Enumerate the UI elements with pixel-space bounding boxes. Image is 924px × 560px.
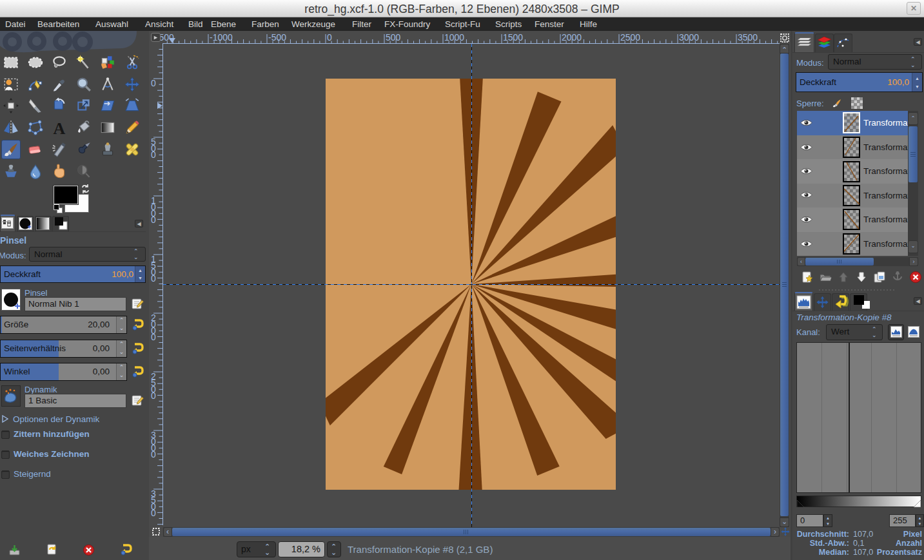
svg-text:0: 0 [327, 32, 332, 43]
svg-text:2500: 2500 [620, 32, 640, 43]
svg-text:A: A [54, 119, 66, 136]
svg-text:0: 0 [151, 150, 156, 160]
svg-text:3500: 3500 [738, 32, 758, 43]
svg-text:0: 0 [151, 508, 156, 518]
svg-text:0: 0 [151, 332, 156, 342]
svg-text:2000: 2000 [562, 32, 582, 43]
svg-text:0: 0 [151, 273, 156, 284]
svg-text:3000: 3000 [679, 32, 699, 43]
svg-text:1000: 1000 [444, 32, 464, 43]
svg-text:0: 0 [151, 391, 156, 401]
svg-text:0: 0 [151, 78, 156, 88]
svg-text:1500: 1500 [503, 32, 523, 43]
svg-text:0: 0 [151, 449, 156, 459]
svg-text:-1000: -1000 [210, 32, 233, 43]
svg-text:0: 0 [151, 215, 156, 225]
svg-text:-500: -500 [268, 32, 286, 43]
svg-text:500: 500 [386, 32, 401, 43]
